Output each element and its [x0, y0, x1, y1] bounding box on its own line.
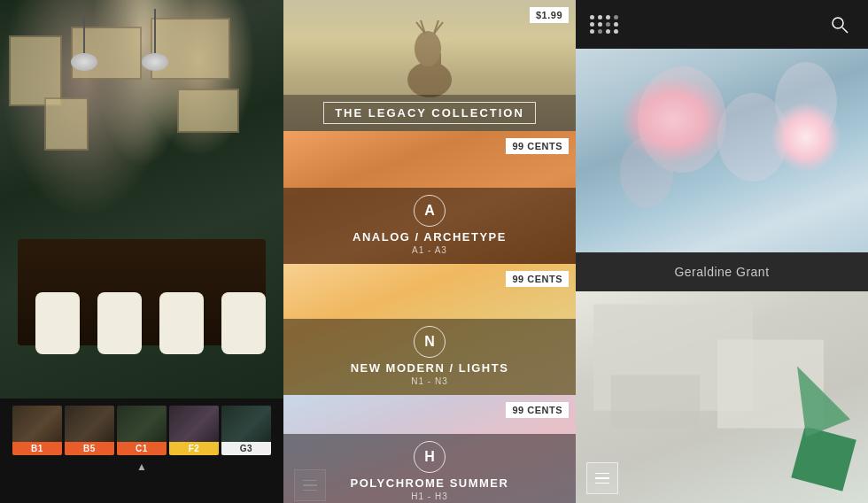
legacy-title: THE LEGACY COLLECTION — [323, 102, 536, 124]
analog-subtitle: A1 - A3 — [294, 245, 565, 255]
logo-dot — [614, 29, 618, 34]
filter-b1[interactable]: B1 — [12, 406, 62, 455]
polychrome-circle: H — [414, 441, 446, 473]
wall-decoration — [44, 97, 89, 151]
logo-dot — [606, 15, 610, 19]
newmodern-card[interactable]: 99 CENTS N NEW MODERN / LIGHTS N1 - N3 — [283, 264, 576, 395]
newmodern-subtitle: N1 - N3 — [294, 376, 565, 386]
chair-decoration — [159, 292, 204, 354]
flowers-photo — [576, 49, 868, 252]
logo-dot — [598, 29, 602, 34]
analog-info: A ANALOG / ARCHETYPE A1 - A3 — [283, 188, 576, 264]
hamburger-line — [595, 477, 609, 479]
svg-point-0 — [407, 62, 452, 97]
newmodern-info: N NEW MODERN / LIGHTS N1 - N3 — [283, 319, 576, 395]
search-button[interactable] — [825, 11, 854, 39]
svg-point-3 — [415, 31, 441, 66]
filter-bar: B1 B5 C1 F2 G3 ▲ — [0, 399, 283, 503]
svg-point-13 — [775, 62, 837, 142]
user-name: Geraldine Grant — [576, 252, 868, 291]
bottom-photo-menu-button[interactable] — [586, 462, 618, 494]
lamp-decoration — [142, 9, 168, 71]
svg-rect-17 — [611, 375, 700, 429]
chair-decoration — [221, 292, 266, 354]
hamburger-line — [595, 473, 609, 475]
analog-title: ANALOG / ARCHETYPE — [294, 230, 565, 244]
logo-dot — [606, 29, 610, 34]
legacy-overlay: THE LEGACY COLLECTION — [283, 95, 576, 131]
filter-g3[interactable]: G3 — [221, 406, 271, 455]
right-panel: Geraldine Grant — [576, 0, 868, 503]
filter-b5[interactable]: B5 — [65, 406, 114, 455]
logo-dot — [614, 15, 618, 19]
wall-decoration — [177, 89, 239, 133]
newmodern-title: NEW MODERN / LIGHTS — [294, 361, 565, 375]
app-logo — [590, 15, 619, 34]
analog-card[interactable]: 99 CENTS A ANALOG / ARCHETYPE A1 - A3 — [283, 131, 576, 264]
chevron-up-icon[interactable]: ▲ — [136, 460, 147, 473]
svg-point-12 — [620, 137, 673, 208]
bottom-photo — [576, 291, 868, 503]
left-panel: B1 B5 C1 F2 G3 ▲ — [0, 0, 283, 503]
logo-dot — [590, 15, 594, 19]
polychrome-info: H POLYCHROME SUMMER H1 - H3 — [283, 434, 576, 503]
right-header — [576, 0, 868, 49]
legacy-collection-header: $1.99 THE LEGACY COLLECTION — [283, 0, 576, 131]
polychrome-card[interactable]: 99 CENTS H POLYCHROME SUMMER H1 - H3 — [283, 395, 576, 503]
price-tag-newmodern: 99 CENTS — [506, 271, 569, 287]
hamburger-line — [595, 483, 609, 484]
polychrome-subtitle: H1 - H3 — [294, 491, 565, 501]
chair-decoration — [97, 292, 142, 354]
analog-circle: A — [414, 195, 446, 227]
svg-line-9 — [842, 27, 848, 33]
newmodern-circle: N — [414, 326, 446, 358]
main-photo — [0, 0, 283, 399]
middle-panel: $1.99 THE LEGACY COLLECTION 99 CENTS A A… — [283, 0, 576, 503]
chair-decoration — [35, 292, 80, 354]
logo-dot — [590, 22, 594, 27]
lamp-decoration — [71, 9, 97, 71]
price-tag-analog: 99 CENTS — [506, 138, 569, 154]
filter-thumbnails: B1 B5 C1 F2 G3 — [5, 399, 278, 459]
filter-c1[interactable]: C1 — [117, 406, 167, 455]
logo-dot — [614, 22, 618, 27]
filter-f2[interactable]: F2 — [169, 406, 219, 455]
wall-decoration — [9, 35, 62, 106]
price-tag-polychrome: 99 CENTS — [506, 402, 569, 418]
polychrome-title: POLYCHROME SUMMER — [294, 476, 565, 490]
svg-point-8 — [833, 18, 843, 28]
logo-dot — [590, 29, 594, 34]
logo-dot — [598, 22, 602, 27]
price-tag-top: $1.99 — [530, 7, 569, 23]
logo-dot — [598, 15, 602, 19]
logo-dot — [606, 22, 610, 27]
